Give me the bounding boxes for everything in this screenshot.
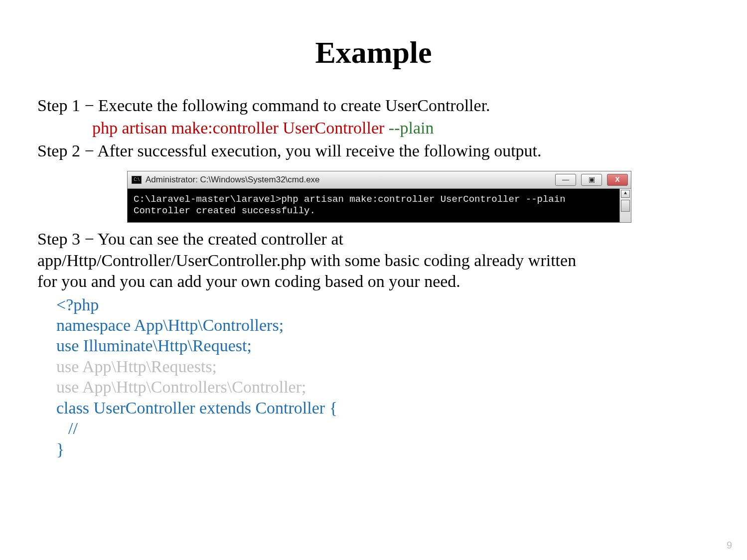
slide: Example Step 1 − Execute the following c… — [0, 0, 747, 560]
page-number: 9 — [727, 540, 732, 551]
step3-block: Step 3 − You can see the created control… — [37, 229, 710, 292]
terminal-scrollbar[interactable]: ▲ — [619, 189, 631, 223]
maximize-button[interactable]: ▣ — [581, 174, 602, 186]
scroll-thumb[interactable] — [621, 200, 630, 212]
body: Step 1 − Execute the following command t… — [37, 95, 710, 459]
close-button[interactable]: X — [607, 174, 628, 186]
code-l9: } — [56, 439, 710, 459]
terminal-body: C:\laravel-master\laravel>php artisan ma… — [128, 189, 631, 223]
step3-line2: app/Http/Controller/UserController.php w… — [37, 250, 710, 272]
code-l1: <?php — [56, 294, 710, 315]
step1-text: Step 1 − Execute the following command t… — [37, 95, 710, 117]
artisan-command: php artisan make:controller UserControll… — [92, 118, 710, 139]
code-l4: use App\Http\Requests; — [56, 356, 710, 377]
step3-line1: Step 3 − You can see the created control… — [37, 229, 710, 250]
terminal-window: C:\ Administrator: C:\Windows\System32\c… — [127, 171, 631, 223]
code-l3: use Illuminate\Http\Request; — [56, 335, 710, 356]
cmd-icon: C:\ — [132, 176, 142, 184]
terminal-titlebar: C:\ Administrator: C:\Windows\System32\c… — [128, 171, 631, 189]
code-l7: class UserController extends Controller … — [56, 398, 710, 418]
terminal-title: Administrator: C:\Windows\System32\cmd.e… — [146, 174, 320, 185]
terminal-line-2: Controller created successfully. — [134, 205, 315, 216]
command-flag: --plain — [389, 119, 434, 137]
code-l8: // — [56, 418, 710, 438]
code-l5: use App\Http\Controllers\Controller; — [56, 377, 710, 397]
cmd-icon-label: C:\ — [134, 177, 139, 182]
step2-text: Step 2 − After successful execution, you… — [37, 140, 710, 162]
command-main: php artisan make:controller UserControll… — [92, 119, 389, 137]
step3-line3: for you and you can add your own coding … — [37, 271, 710, 292]
terminal-line-1: C:\laravel-master\laravel>php artisan ma… — [134, 194, 566, 205]
page-title: Example — [37, 35, 710, 70]
php-code: <?php namespace App\Http\Controllers; us… — [56, 294, 710, 460]
minimize-button[interactable]: — — [555, 174, 576, 186]
code-l2: namespace App\Http\Controllers; — [56, 315, 710, 335]
scroll-up-icon[interactable]: ▲ — [621, 190, 630, 198]
